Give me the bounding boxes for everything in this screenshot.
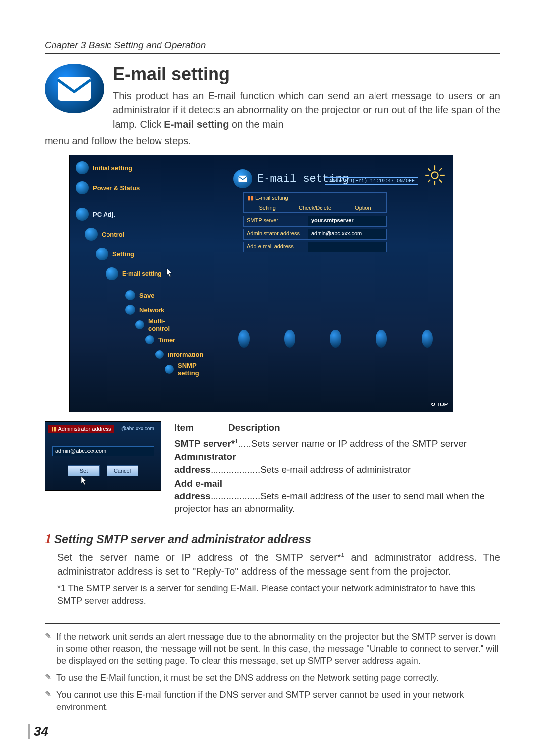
intro-cont: menu and follow the below steps. xyxy=(45,134,500,148)
intro-paragraph: This product has an E-mail function whic… xyxy=(113,89,500,132)
desc-text: ...................Sets e-mail address o… xyxy=(211,464,411,475)
dialog-suffix: @abc.xxx.com xyxy=(121,426,154,431)
desc-text: ...................Sets e-mail address o… xyxy=(174,491,484,514)
divider xyxy=(45,623,500,624)
screenshot-admin-dialog: ▮▮ Administrator address @abc.xxx.com ad… xyxy=(45,421,161,491)
nav-power-status[interactable]: Power & Status xyxy=(76,178,175,197)
nav-label: Information xyxy=(168,351,204,358)
smtp-input[interactable]: your.smtpserver xyxy=(308,216,386,226)
cancel-button[interactable]: Cancel xyxy=(107,465,138,476)
tab-check-delete[interactable]: Check/Delete xyxy=(291,203,339,212)
nav-label: E-mail setting xyxy=(122,270,161,277)
control-icon xyxy=(85,228,98,241)
desc-label2: address xyxy=(174,464,211,475)
set-button[interactable]: Set xyxy=(68,465,100,476)
mail-icon xyxy=(45,64,104,113)
screenshot-main: Initial setting Power & Status PC Adj. C… xyxy=(69,155,453,412)
intro-text-tail: on the main xyxy=(229,119,284,130)
nav-multi-control[interactable]: Multi-control xyxy=(135,318,175,332)
desc-label: Add e-mail xyxy=(174,478,222,489)
dialog-input[interactable]: admin@abc.xxx.com xyxy=(52,446,154,456)
nav-label: PC Adj. xyxy=(93,211,115,218)
svg-point-2 xyxy=(431,172,438,178)
nav-save[interactable]: Save xyxy=(125,288,175,302)
col-item: Item xyxy=(174,421,194,434)
nav-label: Multi-control xyxy=(148,317,175,332)
nav-control[interactable]: Control xyxy=(85,225,175,244)
multi-icon xyxy=(135,320,144,329)
step-number: 1 xyxy=(45,531,52,546)
tab-option[interactable]: Option xyxy=(339,203,386,212)
wrench-icon xyxy=(96,248,108,260)
desc-text: .....Sets server name or IP address of t… xyxy=(238,438,467,449)
admin-label: Administrator address xyxy=(244,229,308,239)
desc-row-add: Add e-mail address...................Set… xyxy=(174,477,500,515)
top-link[interactable]: ↻ TOP xyxy=(431,402,448,408)
row-add-email: Add e-mail address xyxy=(243,242,387,252)
desc-row-admin: Administrator address...................… xyxy=(174,451,500,476)
footer-icons xyxy=(238,330,433,348)
nav-label: Initial setting xyxy=(93,164,132,172)
svg-line-10 xyxy=(428,180,431,183)
svg-line-9 xyxy=(439,168,442,171)
desc-label: SMTP server* xyxy=(174,438,235,449)
smtp-label: SMTP server xyxy=(244,216,308,226)
info-icon xyxy=(155,350,164,359)
description-row: ▮▮ Administrator address @abc.xxx.com ad… xyxy=(45,421,500,516)
nav-setting[interactable]: Setting xyxy=(96,245,175,263)
desc-label2: address xyxy=(174,491,211,501)
section-title: E-mail setting xyxy=(113,64,500,85)
svg-line-7 xyxy=(428,168,431,171)
network-icon xyxy=(125,305,135,315)
nav-email-setting[interactable]: E-mail setting xyxy=(106,264,175,283)
row-admin: Administrator address admin@abc.xxx.com xyxy=(243,229,387,240)
footer-icon-4[interactable] xyxy=(376,330,387,348)
chapter-header: Chapter 3 Basic Setting and Operation xyxy=(45,40,500,54)
admin-input[interactable]: admin@abc.xxx.com xyxy=(308,229,386,239)
nav-timer[interactable]: Timer xyxy=(145,333,175,347)
save-icon xyxy=(125,290,135,300)
row-smtp: SMTP server your.smtpserver xyxy=(243,216,387,227)
step-1: 1Setting SMTP server and administrator a… xyxy=(45,531,500,606)
svg-rect-0 xyxy=(58,77,91,101)
nav-pc-adj[interactable]: PC Adj. xyxy=(76,205,175,224)
sun-icon xyxy=(424,164,446,186)
nav-network[interactable]: Network xyxy=(125,303,175,317)
nav-label: Power & Status xyxy=(93,184,140,192)
note-1: If the network unit sends an alert messa… xyxy=(56,631,500,667)
svg-rect-1 xyxy=(238,176,247,182)
timer-icon xyxy=(145,335,154,344)
nav-label: SNMP setting xyxy=(178,362,199,377)
step-text-a: Set the server name or IP address of the… xyxy=(57,552,341,563)
panel-caption: ▮▮ E-mail setting xyxy=(244,193,386,203)
col-description: Description xyxy=(228,421,280,434)
footer-icon-3[interactable] xyxy=(330,330,341,348)
desc-label: Administrator xyxy=(174,452,236,462)
nav-label: Timer xyxy=(158,336,175,344)
nav-snmp-setting[interactable]: SNMP setting xyxy=(165,362,175,376)
nav-label: Network xyxy=(139,306,164,314)
add-email-input[interactable] xyxy=(308,242,386,252)
footer-icon-2[interactable] xyxy=(284,330,296,348)
footer-icon-1[interactable] xyxy=(238,330,250,348)
nav-label: Save xyxy=(139,292,154,299)
datetime-box: 2005/9/9(Fri) 14:19:47 ON/OFF xyxy=(325,177,418,185)
page-number: 34 xyxy=(28,724,48,739)
footer-icon-5[interactable] xyxy=(422,330,433,348)
dialog-header-label: Administrator address xyxy=(58,426,111,432)
description-table: Item Description SMTP server*1.....Sets … xyxy=(174,421,500,516)
mail-small-icon xyxy=(106,267,118,280)
desc-row-smtp: SMTP server*1.....Sets server name or IP… xyxy=(174,437,500,450)
add-email-label: Add e-mail address xyxy=(244,242,308,252)
cursor-icon xyxy=(81,476,88,485)
step-body: Set the server name or IP address of the… xyxy=(57,551,500,578)
step-title: 1Setting SMTP server and administrator a… xyxy=(45,531,500,547)
step-title-text: Setting SMTP server and administrator ad… xyxy=(54,533,311,546)
nav-information[interactable]: Information xyxy=(155,348,175,361)
intro-bold: E-mail setting xyxy=(164,119,229,130)
nav-label: Setting xyxy=(112,251,134,258)
nav-initial-setting[interactable]: Initial setting xyxy=(76,158,175,177)
note-3: You cannot use this E-mail function if t… xyxy=(56,689,500,713)
monitor-icon xyxy=(76,208,89,221)
tab-setting[interactable]: Setting xyxy=(244,203,291,212)
